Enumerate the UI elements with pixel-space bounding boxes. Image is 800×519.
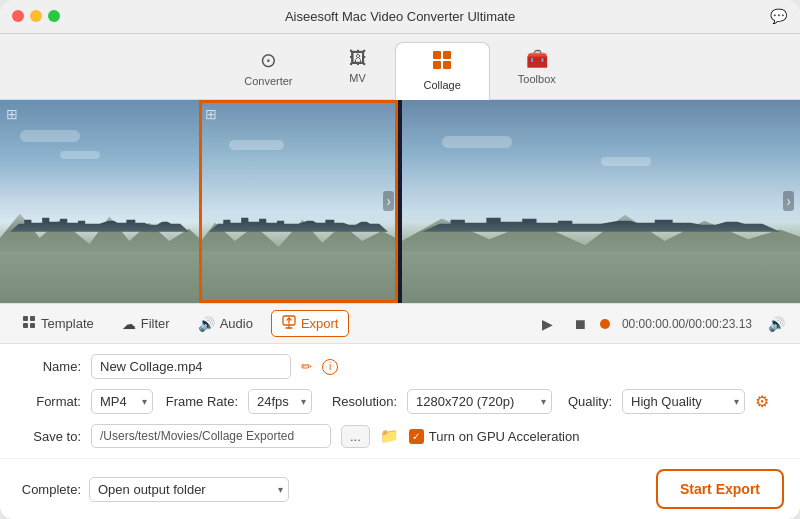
svg-rect-3 [443, 61, 451, 69]
svg-rect-4 [23, 316, 28, 321]
saveto-label: Save to: [16, 429, 81, 444]
volume-icon[interactable]: 🔊 [764, 312, 788, 336]
name-row: Name: ✏ i [16, 354, 784, 379]
svg-rect-5 [30, 316, 35, 321]
cloud-2 [60, 151, 100, 159]
record-indicator [600, 319, 610, 329]
filter-tab-label: Filter [141, 316, 170, 331]
close-button[interactable] [12, 10, 24, 22]
gpu-checkbox[interactable]: ✓ [409, 429, 424, 444]
arrow-right-icon[interactable]: › [383, 191, 394, 211]
cloud-4 [442, 136, 512, 148]
cloud-1 [20, 130, 80, 142]
grid-icon-1: ⊞ [6, 106, 18, 122]
filter-icon: ☁ [122, 316, 136, 332]
tab-collage[interactable]: Collage [395, 42, 490, 100]
chat-icon[interactable]: 💬 [768, 6, 788, 26]
svg-rect-6 [23, 323, 28, 328]
titlebar: Aiseesoft Mac Video Converter Ultimate 💬 [0, 0, 800, 34]
city-3 [422, 212, 780, 232]
complete-select-wrapper: Open output folder Do nothing Shut down … [89, 477, 289, 502]
minimize-button[interactable] [30, 10, 42, 22]
tab-template[interactable]: Template [12, 311, 104, 336]
tab-converter[interactable]: ⊙ Converter [216, 42, 320, 99]
city-2 [209, 212, 388, 232]
name-label: Name: [16, 359, 81, 374]
complete-select[interactable]: Open output folder Do nothing Shut down [89, 477, 289, 502]
main-nav: ⊙ Converter 🖼 MV Collage 🧰 Toolbox [0, 34, 800, 100]
arrow-right-2-icon[interactable]: › [783, 191, 794, 211]
collage-icon [431, 49, 453, 76]
export-icon [282, 315, 296, 332]
info-icon[interactable]: i [322, 359, 338, 375]
mountains-2 [199, 201, 398, 262]
resolution-select-wrapper: 1280x720 (720p)1920x1080 (1080p) ▾ [407, 389, 552, 414]
folder-icon[interactable]: 📁 [380, 427, 399, 445]
audio-tab-label: Audio [220, 316, 253, 331]
start-export-button[interactable]: Start Export [656, 469, 784, 509]
video-panel-left-right[interactable]: ⊞ › [199, 100, 398, 303]
resolution-label: Resolution: [322, 394, 397, 409]
right-video-panel[interactable]: › [402, 100, 800, 303]
tab-filter[interactable]: ☁ Filter [112, 312, 180, 336]
quality-label: Quality: [562, 394, 612, 409]
toolbox-icon: 🧰 [526, 48, 548, 70]
template-tab-label: Template [41, 316, 94, 331]
video-preview: ⊞ ⊞ › [0, 100, 800, 303]
complete-label: Complete: [16, 482, 81, 497]
traffic-lights [12, 10, 60, 22]
saveto-row: Save to: ... 📁 ✓ Turn on GPU Acceleratio… [16, 424, 784, 448]
left-video-panel: ⊞ ⊞ › [0, 100, 398, 303]
mountains-1 [0, 201, 199, 262]
converter-icon: ⊙ [260, 48, 277, 72]
play-button[interactable]: ▶ [536, 312, 560, 336]
cloud-3 [229, 140, 284, 150]
tab-export[interactable]: Export [271, 310, 350, 337]
snow-2 [199, 252, 398, 303]
name-input[interactable] [91, 354, 291, 379]
svg-rect-0 [433, 51, 441, 59]
format-select[interactable]: MP4MKVMOV [91, 389, 153, 414]
export-tab-label: Export [301, 316, 339, 331]
settings-form: Name: ✏ i Format: MP4MKVMOV ▾ Frame Rate… [0, 344, 800, 458]
framerate-select[interactable]: 24fps30fps60fps [248, 389, 312, 414]
snow-1 [0, 252, 199, 303]
video-thumbnail-2 [199, 100, 398, 303]
stop-button[interactable]: ⏹ [568, 312, 592, 336]
app-window: Aiseesoft Mac Video Converter Ultimate 💬… [0, 0, 800, 519]
snow-3 [402, 252, 800, 303]
cloud-5 [601, 157, 651, 166]
edit-icon[interactable]: ✏ [301, 359, 312, 374]
tab-mv[interactable]: 🖼 MV [321, 42, 395, 99]
quality-select[interactable]: High QualityMedium Quality [622, 389, 745, 414]
maximize-button[interactable] [48, 10, 60, 22]
resolution-select[interactable]: 1280x720 (720p)1920x1080 (1080p) [407, 389, 552, 414]
tab-toolbox[interactable]: 🧰 Toolbox [490, 42, 584, 99]
toolbar-tabs: Template ☁ Filter 🔊 Audio Export [0, 303, 800, 344]
playback-controls: ▶ ⏹ 00:00:00.00/00:00:23.13 🔊 [536, 312, 788, 336]
browse-button[interactable]: ... [341, 425, 370, 448]
complete-group: Complete: Open output folder Do nothing … [16, 477, 289, 502]
city-1 [10, 212, 189, 232]
template-icon [22, 315, 36, 332]
audio-icon: 🔊 [198, 316, 215, 332]
format-row: Format: MP4MKVMOV ▾ Frame Rate: 24fps30f… [16, 389, 784, 414]
gpu-label-text: Turn on GPU Acceleration [429, 429, 580, 444]
mv-icon: 🖼 [349, 48, 367, 69]
grid-icon-2: ⊞ [205, 106, 217, 122]
bottom-row: Complete: Open output folder Do nothing … [0, 458, 800, 519]
quality-select-wrapper: High QualityMedium Quality ▾ [622, 389, 745, 414]
format-label: Format: [16, 394, 81, 409]
window-title: Aiseesoft Mac Video Converter Ultimate [285, 9, 515, 24]
saveto-path-input[interactable] [91, 424, 331, 448]
time-display: 00:00:00.00/00:00:23.13 [622, 317, 752, 331]
gpu-acceleration-label[interactable]: ✓ Turn on GPU Acceleration [409, 429, 580, 444]
quality-settings-icon[interactable]: ⚙ [755, 392, 769, 411]
framerate-label: Frame Rate: [163, 394, 238, 409]
format-select-wrapper: MP4MKVMOV ▾ [91, 389, 153, 414]
svg-rect-7 [30, 323, 35, 328]
svg-rect-1 [443, 51, 451, 59]
svg-rect-2 [433, 61, 441, 69]
tab-audio[interactable]: 🔊 Audio [188, 312, 263, 336]
video-panel-left-left[interactable]: ⊞ [0, 100, 199, 303]
